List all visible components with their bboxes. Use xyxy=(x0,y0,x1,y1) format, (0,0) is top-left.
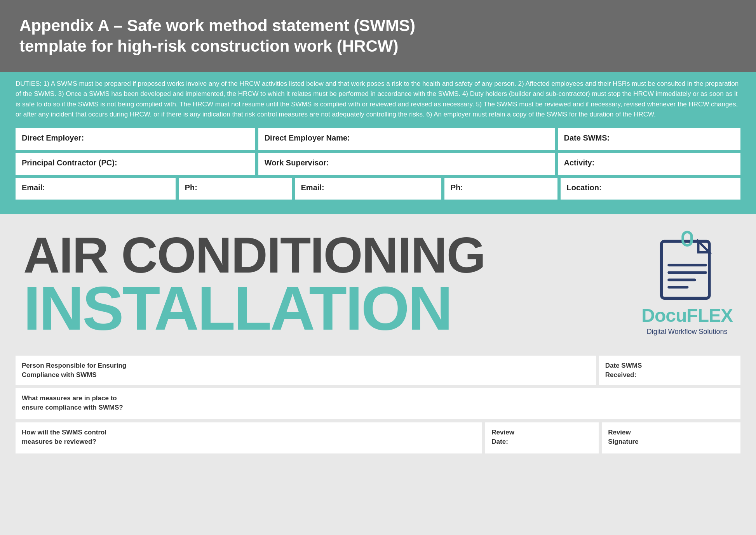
review-date-label: ReviewDate: xyxy=(491,428,592,446)
email-left-label: Email: xyxy=(22,183,169,192)
duties-text: DUTIES: 1) A SWMS must be prepared if pr… xyxy=(16,79,740,120)
date-swms-cell: Date SWMS: xyxy=(558,128,741,150)
principal-contractor-label: Principal Contractor (PC): xyxy=(22,158,249,167)
docuflex-logo-icon xyxy=(656,230,718,300)
page-title: Appendix A – Safe work method statement … xyxy=(19,16,737,56)
direct-employer-name-cell: Direct Employer Name: xyxy=(258,128,555,150)
principal-contractor-cell: Principal Contractor (PC): xyxy=(16,153,255,175)
ph-right-label: Ph: xyxy=(451,183,551,192)
location-cell: Location: xyxy=(561,178,740,200)
activity-cell: Activity: xyxy=(558,153,741,175)
form-row-2: Principal Contractor (PC): Work Supervis… xyxy=(16,153,740,175)
ac-title-teal: INSTALLATION xyxy=(23,280,626,336)
work-supervisor-cell: Work Supervisor: xyxy=(258,153,555,175)
ac-text-block: AIR CONDITIONING INSTALLATION xyxy=(23,230,626,336)
date-swms-received-cell: Date SWMSReceived: xyxy=(599,356,740,385)
logo-name: DocuFLEX xyxy=(641,305,733,326)
logo-block: DocuFLEX Digital Workflow Solutions xyxy=(641,230,733,336)
direct-employer-name-label: Direct Employer Name: xyxy=(265,134,549,142)
measures-cell: What measures are in place toensure comp… xyxy=(16,388,740,419)
logo-name-dark: Docu xyxy=(641,305,686,326)
review-signature-label: ReviewSignature xyxy=(608,428,734,446)
location-label: Location: xyxy=(567,183,734,192)
ph-right-cell: Ph: xyxy=(444,178,557,200)
date-swms-received-label: Date SWMSReceived: xyxy=(605,361,734,380)
logo-name-teal: FLEX xyxy=(686,305,733,326)
ac-title-dark: AIR CONDITIONING xyxy=(23,230,626,280)
form-row-1: Direct Employer: Direct Employer Name: D… xyxy=(16,128,740,150)
review-signature-cell: ReviewSignature xyxy=(602,422,740,453)
email-left-cell: Email: xyxy=(16,178,176,200)
ac-banner: AIR CONDITIONING INSTALLATION DocuFLEX D… xyxy=(0,214,756,348)
direct-employer-label: Direct Employer: xyxy=(22,134,249,142)
activity-label: Activity: xyxy=(564,158,735,167)
duties-section: DUTIES: 1) A SWMS must be prepared if pr… xyxy=(0,72,756,124)
svg-rect-2 xyxy=(683,232,692,245)
bottom-row-3: How will the SWMS controlmeasures be rev… xyxy=(16,422,740,453)
form-section: Direct Employer: Direct Employer Name: D… xyxy=(0,124,756,214)
logo-subtitle: Digital Workflow Solutions xyxy=(647,328,728,336)
review-date-cell: ReviewDate: xyxy=(485,422,599,453)
form-row-3: Email: Ph: Email: Ph: Location: xyxy=(16,178,740,200)
ph-left-label: Ph: xyxy=(185,183,286,192)
header-section: Appendix A – Safe work method statement … xyxy=(0,0,756,72)
direct-employer-cell: Direct Employer: xyxy=(16,128,255,150)
swms-control-cell: How will the SWMS controlmeasures be rev… xyxy=(16,422,482,453)
measures-label: What measures are in place toensure comp… xyxy=(22,394,734,412)
bottom-row-2: What measures are in place toensure comp… xyxy=(16,388,740,419)
date-swms-label: Date SWMS: xyxy=(564,134,735,142)
person-responsible-cell: Person Responsible for EnsuringComplianc… xyxy=(16,356,596,385)
work-supervisor-label: Work Supervisor: xyxy=(265,158,549,167)
person-responsible-label: Person Responsible for EnsuringComplianc… xyxy=(22,361,590,380)
ph-left-cell: Ph: xyxy=(179,178,292,200)
swms-control-label: How will the SWMS controlmeasures be rev… xyxy=(22,428,476,446)
email-right-cell: Email: xyxy=(295,178,441,200)
email-right-label: Email: xyxy=(301,183,435,192)
bottom-row-1: Person Responsible for EnsuringComplianc… xyxy=(16,356,740,385)
bottom-form-section: Person Responsible for EnsuringComplianc… xyxy=(0,348,756,472)
